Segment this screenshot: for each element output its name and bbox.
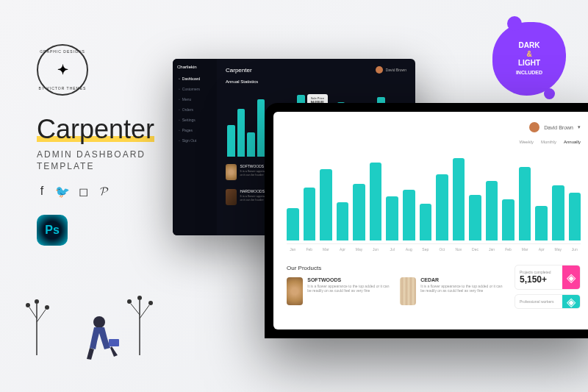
chart-bar[interactable] — [320, 169, 332, 241]
dark-user-menu[interactable]: David Brown — [376, 66, 406, 74]
light-bar-chart — [287, 149, 581, 244]
chart-bar[interactable] — [386, 196, 398, 240]
chevron-down-icon[interactable]: ▾ — [578, 124, 581, 130]
social-links: f 🐦 ◻ 𝓟 — [37, 186, 184, 196]
product-image — [226, 189, 237, 205]
product-image — [226, 164, 237, 180]
badge-logo: ✦ — [57, 62, 68, 78]
svg-point-5 — [35, 299, 39, 304]
chart-bar[interactable] — [420, 204, 432, 240]
chart-bar[interactable] — [519, 167, 531, 240]
chart-bar[interactable] — [304, 188, 316, 241]
sidebar-item-menu[interactable]: ◦Menu — [177, 94, 212, 104]
svg-point-10 — [148, 301, 153, 305]
avatar — [529, 122, 539, 132]
product-image — [287, 277, 303, 305]
chart-title: Annual Statistics — [226, 79, 406, 84]
designer-badge: GRAPHIC DESIGNS ✦ BY VICTOR THEMES — [37, 44, 88, 96]
chart-bar[interactable] — [436, 174, 448, 240]
stat-card: Projects completed5,150+◈ — [514, 265, 581, 290]
product-item[interactable]: CEDARIt is a flower appearance to the to… — [400, 277, 506, 305]
marketing-panel: GRAPHIC DESIGNS ✦ BY VICTOR THEMES Carpe… — [37, 44, 184, 246]
dark-page-title: Carpenter — [226, 67, 252, 74]
chart-bar[interactable] — [353, 184, 365, 241]
products-title: Our Products — [287, 265, 506, 271]
chart-bar[interactable] — [237, 109, 245, 157]
dark-sidebar: Charliekin ◦Dashboard◦Customers◦Menu◦Ord… — [173, 59, 217, 235]
photoshop-badge: Ps — [37, 215, 68, 246]
instagram-icon[interactable]: ◻ — [78, 186, 88, 196]
sidebar-item-pages[interactable]: ◦Pages — [177, 125, 212, 135]
tab-weekly[interactable]: Weekly — [519, 140, 534, 144]
svg-point-4 — [45, 305, 49, 310]
person-illustration — [81, 311, 125, 363]
dark-logo: Charliekin — [177, 65, 212, 69]
chart-bar[interactable] — [257, 99, 265, 157]
svg-rect-13 — [109, 339, 119, 346]
chart-bar[interactable] — [453, 158, 465, 241]
stat-card: Professional workers◈ — [514, 294, 581, 309]
svg-line-7 — [131, 304, 140, 315]
sidebar-item-orders[interactable]: ◦Orders — [177, 104, 212, 115]
subtitle-2: TEMPLATE — [37, 161, 184, 171]
light-dashboard-preview: David Brown ▾ WeeklyMonthlyAnnually JanF… — [273, 112, 588, 329]
chart-bar[interactable] — [502, 199, 514, 240]
chart-bar[interactable] — [337, 202, 349, 241]
svg-line-2 — [37, 310, 46, 322]
product-item[interactable]: SOFTWOODSIt is a flower appearance to th… — [287, 277, 392, 305]
chart-bar[interactable] — [469, 195, 481, 241]
chart-bar[interactable] — [370, 163, 382, 240]
tab-monthly[interactable]: Monthly — [541, 140, 556, 144]
brand-title: Carpenter — [37, 114, 154, 145]
sidebar-item-settings[interactable]: ◦Settings — [177, 115, 212, 125]
avatar — [376, 66, 383, 74]
chart-bar[interactable] — [486, 181, 498, 240]
svg-point-3 — [26, 303, 30, 307]
chart-bar[interactable] — [287, 208, 299, 240]
sidebar-item-dashboard[interactable]: ◦Dashboard — [177, 74, 212, 84]
svg-line-1 — [29, 307, 37, 318]
pinterest-icon[interactable]: 𝓟 — [98, 186, 109, 196]
svg-point-11 — [137, 296, 142, 300]
chart-bar[interactable] — [403, 190, 415, 240]
tab-annually[interactable]: Annually — [564, 140, 581, 144]
chart-bar[interactable] — [569, 193, 581, 240]
chart-bar[interactable] — [247, 132, 255, 157]
svg-point-12 — [93, 316, 105, 328]
sidebar-item-customers[interactable]: ◦Customers — [177, 84, 212, 94]
dark-light-badge: DARK & LIGHT INCLUDED — [492, 22, 566, 96]
twitter-icon[interactable]: 🐦 — [57, 186, 68, 196]
sidebar-item-sign-out[interactable]: ◦Sign Out — [177, 135, 212, 146]
svg-point-9 — [127, 299, 132, 304]
chart-bar[interactable] — [227, 125, 235, 157]
product-image — [400, 277, 416, 305]
svg-line-8 — [140, 305, 149, 318]
subtitle-1: ADMIN DASHBOARD — [37, 149, 184, 160]
chart-bar[interactable] — [552, 185, 564, 240]
facebook-icon[interactable]: f — [37, 186, 47, 196]
chart-bar[interactable] — [535, 206, 548, 241]
light-user-name[interactable]: David Brown — [544, 125, 573, 130]
laptop-mockup: David Brown ▾ WeeklyMonthlyAnnually JanF… — [265, 103, 588, 338]
